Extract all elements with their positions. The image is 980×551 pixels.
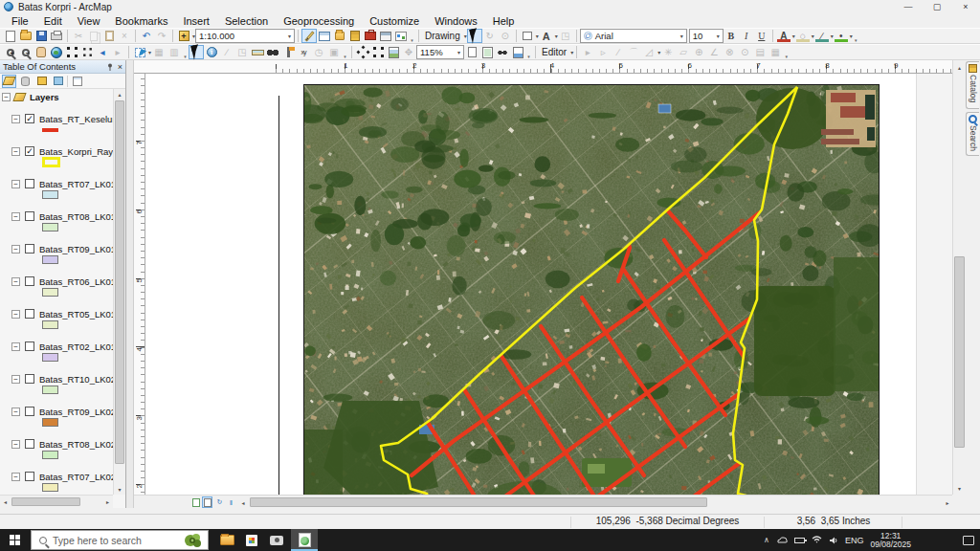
- speaker-icon[interactable]: [829, 536, 838, 545]
- clear-selection-button[interactable]: ▦: [151, 45, 167, 59]
- layer-symbol-swatch[interactable]: [42, 451, 58, 459]
- tab-catalog[interactable]: Catalog: [966, 61, 979, 109]
- go-to-xy-tool[interactable]: xy: [296, 45, 311, 59]
- menu-item-insert[interactable]: Insert: [175, 13, 217, 28]
- layout-horizontal-scrollbar[interactable]: ↻ ‖ ◂ ▸: [134, 495, 952, 508]
- layer-label[interactable]: Batas_RT07_LK02: [39, 472, 113, 482]
- toc-layer-row[interactable]: −✓Batas_RT_Keseluruhan: [0, 113, 113, 124]
- minimize-button[interactable]: —: [894, 0, 923, 13]
- layer-symbol-swatch[interactable]: [42, 128, 58, 132]
- list-by-selection-button[interactable]: [51, 75, 65, 88]
- toc-vertical-scrollbar[interactable]: ▴ ▾: [113, 89, 125, 495]
- layout-overflow[interactable]: ▾: [525, 45, 532, 59]
- menu-item-windows[interactable]: Windows: [427, 13, 485, 28]
- sketch-properties-button[interactable]: ▦: [768, 45, 783, 59]
- select-elements-tool[interactable]: [467, 29, 482, 43]
- layer-symbol-swatch[interactable]: [42, 353, 58, 362]
- expander-icon[interactable]: −: [11, 440, 20, 449]
- fill-color-button[interactable]: ◌: [795, 29, 811, 43]
- expander-icon[interactable]: −: [11, 473, 20, 481]
- italic-button[interactable]: I: [739, 29, 754, 43]
- toc-layer-row[interactable]: −Batas_RT07_LK01: [0, 178, 113, 189]
- back-extent-button[interactable]: ◂: [95, 45, 110, 59]
- page-zoom-combo[interactable]: 115%▾: [416, 45, 464, 59]
- open-button[interactable]: [18, 29, 33, 43]
- select-elements-tool-2[interactable]: [189, 45, 204, 59]
- zoom-in-tool[interactable]: +: [3, 45, 18, 59]
- identify-tool[interactable]: i: [204, 45, 219, 59]
- measure-tool[interactable]: [250, 45, 265, 59]
- layout-view-button[interactable]: [202, 496, 212, 508]
- data-driven-pages-button[interactable]: [495, 45, 510, 59]
- forward-extent-button[interactable]: ▸: [110, 45, 125, 59]
- print-button[interactable]: [49, 29, 64, 43]
- menu-item-help[interactable]: Help: [485, 13, 523, 28]
- menu-item-bookmarks[interactable]: Bookmarks: [107, 13, 175, 28]
- viewer-window-button[interactable]: ▣: [326, 45, 342, 59]
- taskbar-file-explorer[interactable]: [216, 529, 237, 551]
- arctoolbox-button[interactable]: [363, 29, 378, 43]
- expander-icon[interactable]: −: [11, 375, 20, 384]
- toc-header[interactable]: Table Of Contents ×: [0, 60, 125, 74]
- map-data-frame[interactable]: [303, 84, 880, 506]
- fixed-zoom-in-button[interactable]: [64, 45, 79, 59]
- save-button[interactable]: [33, 29, 49, 43]
- taskbar-camera[interactable]: [266, 529, 287, 551]
- layer-checkbox[interactable]: [25, 276, 34, 286]
- toc-layer-row[interactable]: −Batas_RT07_LK02: [0, 471, 113, 482]
- expander-icon[interactable]: −: [11, 277, 20, 286]
- layer-symbol-swatch[interactable]: [42, 483, 58, 492]
- maximize-button[interactable]: ▢: [923, 0, 951, 13]
- search-highlight-icon[interactable]: [183, 531, 206, 550]
- tools-overflow-2[interactable]: ▾: [342, 45, 348, 59]
- pin-icon[interactable]: [106, 63, 114, 71]
- python-window-button[interactable]: [378, 29, 393, 43]
- bold-button[interactable]: B: [724, 29, 739, 43]
- hyperlink-tool[interactable]: ∕: [219, 45, 234, 59]
- add-data-button[interactable]: +: [176, 29, 191, 43]
- wifi-icon[interactable]: [812, 536, 822, 544]
- reshape-feature-button[interactable]: ⊕: [691, 45, 706, 59]
- layer-label[interactable]: Batas_RT_Keseluruhan: [39, 114, 113, 124]
- zoom-out-tool[interactable]: −: [18, 45, 33, 59]
- layer-checkbox[interactable]: ✓: [25, 146, 34, 156]
- toc-layer-row[interactable]: −Batas_RT06_LK01: [0, 276, 113, 287]
- layer-symbol-swatch[interactable]: [42, 157, 60, 167]
- straight-segment-tool[interactable]: ∕: [611, 45, 626, 59]
- editor-menu[interactable]: Editor: [542, 47, 567, 57]
- modelbuilder-button[interactable]: [393, 29, 409, 43]
- panel-splitter[interactable]: [126, 60, 134, 508]
- toc-close-icon[interactable]: ×: [118, 62, 122, 72]
- list-by-drawing-order-button[interactable]: [2, 75, 16, 88]
- expander-icon[interactable]: −: [11, 115, 20, 123]
- redo-button[interactable]: ↷: [154, 29, 169, 43]
- tray-chevron-icon[interactable]: ∧: [764, 536, 769, 544]
- line-color-button[interactable]: ∕: [814, 29, 830, 43]
- edit-annotation-tool[interactable]: ▹: [595, 45, 611, 59]
- layer-checkbox[interactable]: ✓: [25, 114, 34, 123]
- menu-item-edit[interactable]: Edit: [36, 13, 70, 28]
- callout-tool[interactable]: ◳: [558, 29, 573, 43]
- toc-layer-row[interactable]: −Batas_RT08_LK02: [0, 438, 113, 450]
- tab-search[interactable]: Search: [966, 112, 979, 156]
- layer-checkbox[interactable]: [25, 374, 34, 384]
- layer-checkbox[interactable]: [25, 309, 34, 319]
- toc-options-button[interactable]: [70, 75, 84, 88]
- find-route-tool[interactable]: [280, 45, 296, 59]
- toc-layer-row[interactable]: −Batas_RT05_LK01: [0, 308, 113, 320]
- layer-label[interactable]: Batas_RT02_LK01: [39, 342, 113, 352]
- layer-label[interactable]: Batas_RT08_LK01: [39, 211, 113, 222]
- tools-overflow-1[interactable]: ▾: [182, 45, 189, 59]
- layer-checkbox[interactable]: [25, 211, 34, 221]
- map-scale-combo[interactable]: 1:10.000▾: [195, 29, 295, 43]
- pause-drawing-toggle[interactable]: ‖: [226, 496, 236, 508]
- delete-button[interactable]: ×: [117, 29, 132, 43]
- expander-icon[interactable]: −: [11, 342, 20, 351]
- layer-symbol-swatch[interactable]: [42, 255, 58, 264]
- toc-horizontal-scrollbar[interactable]: ◂ ▸: [0, 495, 113, 508]
- expander-icon[interactable]: −: [11, 245, 20, 253]
- underline-button[interactable]: U: [754, 29, 769, 43]
- toc-layer-row[interactable]: −Batas_RT09_LK02: [0, 406, 113, 417]
- layer-symbol-swatch[interactable]: [42, 288, 58, 297]
- list-by-visibility-button[interactable]: [34, 75, 49, 88]
